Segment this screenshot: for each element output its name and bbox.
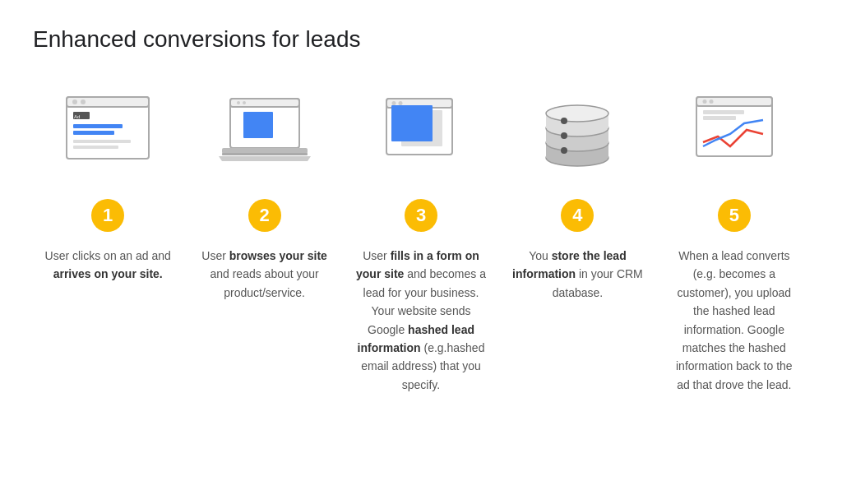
svg-rect-15 (222, 148, 308, 154)
step-5-text: When a lead converts (e.g. becomes a cus… (669, 247, 800, 394)
svg-rect-1 (67, 97, 149, 107)
svg-rect-39 (703, 116, 736, 120)
step-5-icon-area (685, 82, 784, 189)
step-2-number: 2 (248, 199, 281, 232)
step-1-text: User clicks on an ad and arrives on your… (42, 247, 173, 284)
svg-rect-35 (696, 97, 772, 106)
step-4-number: 4 (561, 199, 594, 232)
step-2-text: User browses your site and reads about y… (199, 247, 331, 302)
step-2: 2 User browses your site and reads about… (189, 82, 339, 302)
svg-point-37 (709, 99, 713, 104)
step-5: 5 When a lead converts (e.g. becomes a c… (659, 82, 809, 394)
ad-icon: Ad (58, 89, 157, 183)
svg-rect-8 (73, 140, 131, 143)
step-3-text: User fills in a form on your site and be… (355, 247, 487, 394)
svg-point-32 (561, 147, 567, 154)
step-3-number: 3 (405, 199, 437, 232)
svg-rect-38 (703, 110, 744, 114)
svg-point-30 (546, 105, 608, 122)
svg-marker-17 (219, 156, 311, 161)
svg-point-13 (243, 101, 246, 104)
svg-rect-6 (73, 124, 123, 128)
step-3-icon-area (372, 82, 470, 189)
step-2-icon-area (215, 82, 314, 189)
svg-rect-14 (243, 112, 273, 138)
steps-container: Ad 1 User clicks on an ad and arrives on… (33, 82, 809, 394)
svg-point-36 (702, 99, 706, 104)
chart-icon (685, 89, 784, 183)
step-1: Ad 1 User clicks on an ad and arrives on… (33, 82, 183, 284)
svg-point-21 (399, 101, 403, 105)
svg-rect-16 (222, 153, 308, 155)
svg-point-12 (237, 101, 240, 104)
step-4-icon-area (528, 82, 627, 189)
svg-point-20 (392, 101, 396, 105)
svg-rect-11 (230, 99, 299, 107)
step-1-number: 1 (91, 199, 124, 232)
svg-rect-23 (391, 105, 433, 141)
svg-text:Ad: Ad (74, 114, 80, 119)
svg-point-31 (561, 132, 567, 139)
database-icon (528, 89, 627, 183)
step-4-text: You store the lead information in your C… (511, 247, 643, 302)
svg-rect-7 (73, 131, 114, 135)
svg-rect-9 (73, 146, 118, 149)
laptop-icon (215, 89, 314, 183)
page-title: Enhanced conversions for leads (33, 26, 809, 53)
step-4: 4 You store the lead information in your… (502, 82, 652, 302)
form-icon (372, 89, 470, 183)
step-1-icon-area: Ad (58, 82, 157, 189)
svg-point-33 (561, 118, 567, 124)
step-3: 3 User fills in a form on your site and … (346, 82, 496, 394)
svg-point-3 (81, 99, 86, 104)
step-5-number: 5 (718, 199, 751, 232)
svg-point-2 (72, 99, 77, 104)
